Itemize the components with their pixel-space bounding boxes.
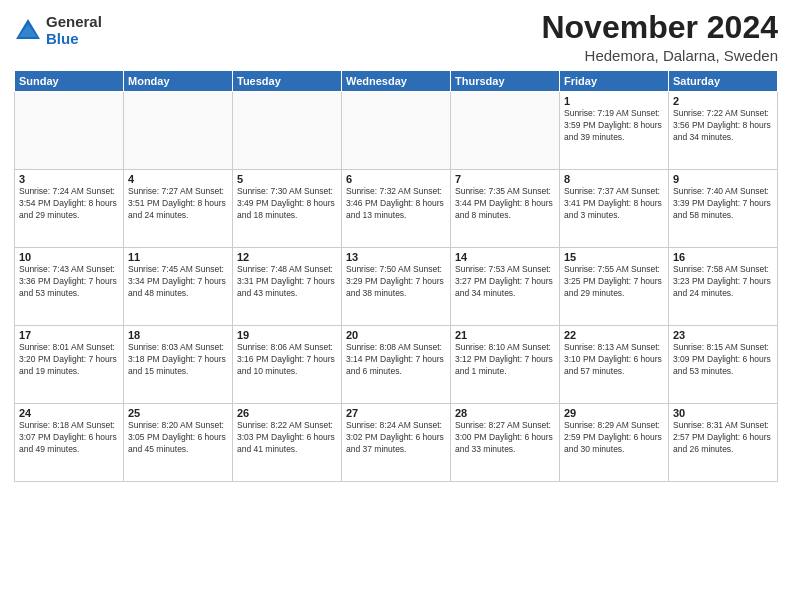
day-info: Sunrise: 7:40 AM Sunset: 3:39 PM Dayligh… (673, 186, 773, 222)
table-row: 26Sunrise: 8:22 AM Sunset: 3:03 PM Dayli… (233, 404, 342, 482)
day-number: 8 (564, 173, 664, 185)
day-info: Sunrise: 7:35 AM Sunset: 3:44 PM Dayligh… (455, 186, 555, 222)
table-row: 8Sunrise: 7:37 AM Sunset: 3:41 PM Daylig… (560, 170, 669, 248)
day-info: Sunrise: 7:58 AM Sunset: 3:23 PM Dayligh… (673, 264, 773, 300)
day-info: Sunrise: 7:43 AM Sunset: 3:36 PM Dayligh… (19, 264, 119, 300)
calendar-week-row: 3Sunrise: 7:24 AM Sunset: 3:54 PM Daylig… (15, 170, 778, 248)
logo-text: General Blue (46, 14, 102, 47)
header: General Blue November 2024 Hedemora, Dal… (14, 10, 778, 64)
table-row (342, 92, 451, 170)
table-row: 4Sunrise: 7:27 AM Sunset: 3:51 PM Daylig… (124, 170, 233, 248)
title-block: November 2024 Hedemora, Dalarna, Sweden (541, 10, 778, 64)
table-row: 30Sunrise: 8:31 AM Sunset: 2:57 PM Dayli… (669, 404, 778, 482)
day-info: Sunrise: 7:24 AM Sunset: 3:54 PM Dayligh… (19, 186, 119, 222)
table-row: 24Sunrise: 8:18 AM Sunset: 3:07 PM Dayli… (15, 404, 124, 482)
calendar-week-row: 1Sunrise: 7:19 AM Sunset: 3:59 PM Daylig… (15, 92, 778, 170)
logo-general: General (46, 14, 102, 31)
table-row: 11Sunrise: 7:45 AM Sunset: 3:34 PM Dayli… (124, 248, 233, 326)
day-number: 19 (237, 329, 337, 341)
table-row (124, 92, 233, 170)
day-info: Sunrise: 7:53 AM Sunset: 3:27 PM Dayligh… (455, 264, 555, 300)
day-number: 15 (564, 251, 664, 263)
table-row: 19Sunrise: 8:06 AM Sunset: 3:16 PM Dayli… (233, 326, 342, 404)
table-row: 25Sunrise: 8:20 AM Sunset: 3:05 PM Dayli… (124, 404, 233, 482)
day-info: Sunrise: 7:27 AM Sunset: 3:51 PM Dayligh… (128, 186, 228, 222)
day-number: 12 (237, 251, 337, 263)
day-info: Sunrise: 7:19 AM Sunset: 3:59 PM Dayligh… (564, 108, 664, 144)
day-number: 4 (128, 173, 228, 185)
table-row: 3Sunrise: 7:24 AM Sunset: 3:54 PM Daylig… (15, 170, 124, 248)
month-title: November 2024 (541, 10, 778, 45)
page: General Blue November 2024 Hedemora, Dal… (0, 0, 792, 612)
day-number: 28 (455, 407, 555, 419)
day-info: Sunrise: 7:37 AM Sunset: 3:41 PM Dayligh… (564, 186, 664, 222)
day-info: Sunrise: 8:13 AM Sunset: 3:10 PM Dayligh… (564, 342, 664, 378)
day-info: Sunrise: 8:22 AM Sunset: 3:03 PM Dayligh… (237, 420, 337, 456)
table-row: 22Sunrise: 8:13 AM Sunset: 3:10 PM Dayli… (560, 326, 669, 404)
table-row: 20Sunrise: 8:08 AM Sunset: 3:14 PM Dayli… (342, 326, 451, 404)
calendar-week-row: 17Sunrise: 8:01 AM Sunset: 3:20 PM Dayli… (15, 326, 778, 404)
day-number: 21 (455, 329, 555, 341)
table-row: 10Sunrise: 7:43 AM Sunset: 3:36 PM Dayli… (15, 248, 124, 326)
day-info: Sunrise: 8:24 AM Sunset: 3:02 PM Dayligh… (346, 420, 446, 456)
day-info: Sunrise: 7:32 AM Sunset: 3:46 PM Dayligh… (346, 186, 446, 222)
table-row: 1Sunrise: 7:19 AM Sunset: 3:59 PM Daylig… (560, 92, 669, 170)
day-number: 17 (19, 329, 119, 341)
day-info: Sunrise: 7:30 AM Sunset: 3:49 PM Dayligh… (237, 186, 337, 222)
day-number: 23 (673, 329, 773, 341)
table-row: 6Sunrise: 7:32 AM Sunset: 3:46 PM Daylig… (342, 170, 451, 248)
day-number: 20 (346, 329, 446, 341)
day-info: Sunrise: 8:01 AM Sunset: 3:20 PM Dayligh… (19, 342, 119, 378)
day-info: Sunrise: 8:29 AM Sunset: 2:59 PM Dayligh… (564, 420, 664, 456)
day-number: 9 (673, 173, 773, 185)
day-info: Sunrise: 8:06 AM Sunset: 3:16 PM Dayligh… (237, 342, 337, 378)
day-number: 22 (564, 329, 664, 341)
table-row: 28Sunrise: 8:27 AM Sunset: 3:00 PM Dayli… (451, 404, 560, 482)
day-number: 14 (455, 251, 555, 263)
day-number: 27 (346, 407, 446, 419)
day-info: Sunrise: 8:08 AM Sunset: 3:14 PM Dayligh… (346, 342, 446, 378)
day-number: 25 (128, 407, 228, 419)
table-row: 7Sunrise: 7:35 AM Sunset: 3:44 PM Daylig… (451, 170, 560, 248)
table-row (451, 92, 560, 170)
day-number: 11 (128, 251, 228, 263)
table-row: 13Sunrise: 7:50 AM Sunset: 3:29 PM Dayli… (342, 248, 451, 326)
table-row (15, 92, 124, 170)
day-info: Sunrise: 8:27 AM Sunset: 3:00 PM Dayligh… (455, 420, 555, 456)
day-number: 18 (128, 329, 228, 341)
day-number: 5 (237, 173, 337, 185)
col-tuesday: Tuesday (233, 71, 342, 92)
location-title: Hedemora, Dalarna, Sweden (541, 47, 778, 64)
day-number: 13 (346, 251, 446, 263)
day-number: 29 (564, 407, 664, 419)
day-info: Sunrise: 8:18 AM Sunset: 3:07 PM Dayligh… (19, 420, 119, 456)
day-number: 1 (564, 95, 664, 107)
table-row: 21Sunrise: 8:10 AM Sunset: 3:12 PM Dayli… (451, 326, 560, 404)
table-row: 15Sunrise: 7:55 AM Sunset: 3:25 PM Dayli… (560, 248, 669, 326)
calendar-week-row: 24Sunrise: 8:18 AM Sunset: 3:07 PM Dayli… (15, 404, 778, 482)
day-number: 16 (673, 251, 773, 263)
day-number: 30 (673, 407, 773, 419)
table-row: 5Sunrise: 7:30 AM Sunset: 3:49 PM Daylig… (233, 170, 342, 248)
table-row: 16Sunrise: 7:58 AM Sunset: 3:23 PM Dayli… (669, 248, 778, 326)
table-row (233, 92, 342, 170)
table-row: 9Sunrise: 7:40 AM Sunset: 3:39 PM Daylig… (669, 170, 778, 248)
col-monday: Monday (124, 71, 233, 92)
day-info: Sunrise: 7:22 AM Sunset: 3:56 PM Dayligh… (673, 108, 773, 144)
table-row: 18Sunrise: 8:03 AM Sunset: 3:18 PM Dayli… (124, 326, 233, 404)
day-info: Sunrise: 7:50 AM Sunset: 3:29 PM Dayligh… (346, 264, 446, 300)
calendar-week-row: 10Sunrise: 7:43 AM Sunset: 3:36 PM Dayli… (15, 248, 778, 326)
day-number: 26 (237, 407, 337, 419)
day-number: 2 (673, 95, 773, 107)
day-info: Sunrise: 8:20 AM Sunset: 3:05 PM Dayligh… (128, 420, 228, 456)
table-row: 2Sunrise: 7:22 AM Sunset: 3:56 PM Daylig… (669, 92, 778, 170)
day-info: Sunrise: 8:15 AM Sunset: 3:09 PM Dayligh… (673, 342, 773, 378)
day-number: 24 (19, 407, 119, 419)
table-row: 27Sunrise: 8:24 AM Sunset: 3:02 PM Dayli… (342, 404, 451, 482)
col-wednesday: Wednesday (342, 71, 451, 92)
day-info: Sunrise: 8:10 AM Sunset: 3:12 PM Dayligh… (455, 342, 555, 378)
day-number: 3 (19, 173, 119, 185)
table-row: 29Sunrise: 8:29 AM Sunset: 2:59 PM Dayli… (560, 404, 669, 482)
table-row: 23Sunrise: 8:15 AM Sunset: 3:09 PM Dayli… (669, 326, 778, 404)
day-info: Sunrise: 7:48 AM Sunset: 3:31 PM Dayligh… (237, 264, 337, 300)
